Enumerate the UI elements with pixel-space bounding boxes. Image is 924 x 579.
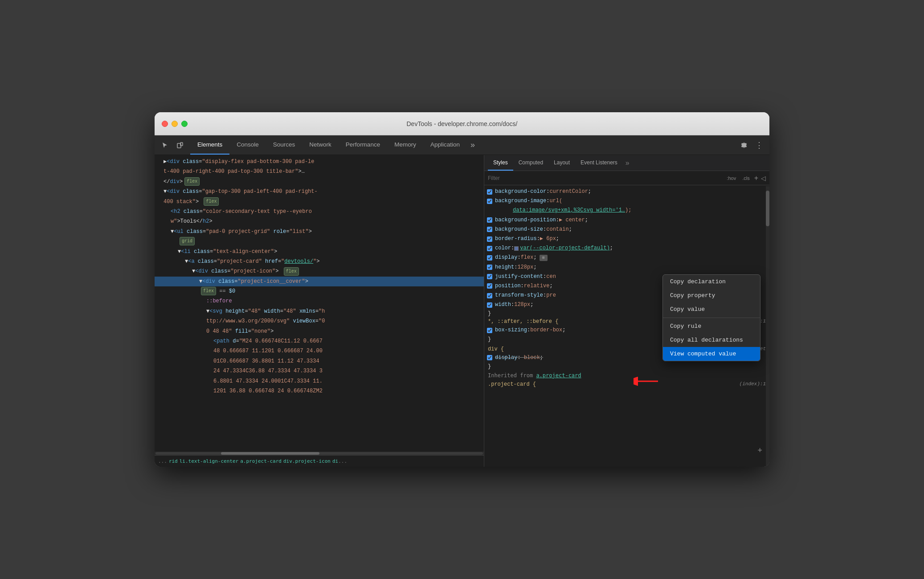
breadcrumb-item-li[interactable]: li.text-align-center [180,458,238,464]
html-line: 6.8801 47.3334 24.0001C47.3334 11. [155,376,484,386]
css-prop-background-image-value: data:image/svg+xml,%3Csvg_width='1… ); [484,206,769,215]
window-title: DevTools - developer.chrome.com/docs/ [407,120,518,127]
html-line: flex == $0 [155,286,484,296]
breadcrumb-item-a[interactable]: a.project-card [240,458,282,464]
context-menu-copy-value[interactable]: Copy value [663,302,760,316]
html-line: 48 0.666687 11.1201 0.666687 24.00 [155,346,484,356]
html-line: <path d="M24 0.666748C11.12 0.6667 [155,336,484,346]
html-line: w">Tools</h2> [155,216,484,226]
checkbox-display[interactable] [487,255,492,261]
checkbox-background-position[interactable] [487,217,492,223]
toggle-element-state-button[interactable]: ◁ [761,175,766,182]
checkbox-background-color[interactable] [487,189,492,195]
tab-elements[interactable]: Elements [190,135,229,155]
html-line: ▼<svg height="48" width="48" xmlns="h [155,306,484,316]
breadcrumb-dots: ... [158,458,167,464]
maximize-button[interactable] [181,121,188,127]
closing-brace-3: } [484,363,769,371]
checkbox-background-size[interactable] [487,227,492,232]
tab-console[interactable]: Console [229,135,266,155]
tab-network[interactable]: Network [302,135,339,155]
css-prop-display: display: flex; ⊞ [484,253,769,262]
tab-layout[interactable]: Layout [548,155,575,171]
more-styles-tabs-button[interactable]: » [623,159,632,167]
scrollbar-thumb-styles [766,191,769,226]
context-menu-copy-all-declarations[interactable]: Copy all declarations [663,333,760,347]
close-button[interactable] [162,121,168,127]
more-options-icon[interactable]: ⋮ [752,139,766,152]
cls-button[interactable]: .cls [740,175,752,182]
device-toggle-icon[interactable] [173,139,187,152]
checkbox-display-block[interactable] [487,355,492,360]
css-prop-background-size: background-size: contain; [484,225,769,234]
checkbox-background-image[interactable] [487,199,492,204]
filter-buttons: :hov .cls + ◁ [725,174,766,182]
settings-icon[interactable] [737,139,751,152]
add-style-rule-button[interactable]: + [754,174,758,182]
html-line: </div>flex [155,177,484,187]
add-new-style-rule-button[interactable]: + [757,446,762,455]
hov-button[interactable]: :hov [725,175,738,182]
more-tabs-button[interactable]: » [467,140,478,150]
html-line: ▼<ul class="pad-0 project-grid" role="li… [155,227,484,236]
toolbar-icons [158,139,187,152]
tab-computed[interactable]: Computed [513,155,548,171]
svg-rect-1 [180,143,183,146]
toolbar-right: ⋮ [737,139,766,152]
context-menu-view-computed[interactable]: View computed value [663,347,760,361]
html-line: ▼<a class="project-card" href="devtools/… [155,257,484,266]
breadcrumb-item-di[interactable]: di [332,458,338,464]
red-arrow-indicator [634,372,660,394]
checkbox-height[interactable] [487,265,492,270]
context-menu-copy-property[interactable]: Copy property [663,289,760,302]
html-line: ▼<li class="text-align-center"> [155,247,484,257]
tab-styles[interactable]: Styles [488,155,513,171]
cursor-icon[interactable] [158,139,172,152]
elements-content[interactable]: ▶<div class="display-flex pad-bottom-300… [155,155,484,452]
tab-performance[interactable]: Performance [339,135,387,155]
filter-input[interactable] [488,175,721,181]
devtools-main: ▶<div class="display-flex pad-bottom-300… [155,155,769,467]
tab-event-listeners[interactable]: Event Listeners [575,155,623,171]
context-menu-copy-rule[interactable]: Copy rule [663,319,760,333]
elements-panel: ▶<div class="display-flex pad-bottom-300… [155,155,484,467]
breadcrumb-item-div[interactable]: div.project-icon [283,458,331,464]
minimize-button[interactable] [172,121,178,127]
checkbox-color[interactable] [487,246,492,251]
breadcrumb-item-rid[interactable]: rid [169,458,178,464]
checkbox-width[interactable] [487,302,492,308]
context-menu: Copy declaration Copy property Copy valu… [662,274,760,361]
tab-sources[interactable]: Sources [266,135,303,155]
styles-panel-scrollbar[interactable] [766,186,769,467]
html-line: grid [155,236,484,246]
html-line: 1201 36.88 0.666748 24 0.666748ZM2 [155,386,484,396]
project-card-rule: .project-card { (index):1 [484,380,769,388]
checkbox-transform-style[interactable] [487,293,492,298]
checkbox-justify-content[interactable] [487,274,492,279]
styles-content[interactable]: background-color: currentColor; backgrou… [484,185,769,467]
checkbox-position[interactable] [487,283,492,289]
html-line: ttp://www.w3.org/2000/svg" viewBox="0 [155,316,484,326]
titlebar: DevTools - developer.chrome.com/docs/ [155,112,769,135]
scrollbar-track [155,452,483,455]
grid-icon: ⊞ [540,255,548,261]
color-swatch[interactable] [514,246,519,251]
traffic-lights [162,121,188,127]
inherited-link[interactable]: a.project-card [536,372,581,379]
elements-breadcrumb: ... rid li.text-align-center a.project-c… [155,455,484,467]
html-line: ▼<div class="gap-top-300 pad-left-400 pa… [155,187,484,196]
css-prop-border-radius: border-radius: ▶ 6px; [484,234,769,244]
checkbox-box-sizing[interactable] [487,328,492,333]
filter-bar: :hov .cls + ◁ [484,171,769,185]
tab-application[interactable]: Application [423,135,467,155]
context-menu-copy-declaration[interactable]: Copy declaration [663,275,760,289]
inherited-label: Inherited from a.project-card [484,371,769,380]
html-line-selected[interactable]: ▼<div class="project-icon__cover"> [155,277,484,286]
styles-panel: Styles Computed Layout Event Listeners »… [484,155,769,467]
checkbox-border-radius[interactable] [487,236,492,242]
scrollbar-thumb [221,452,319,455]
css-prop-background-image: background-image: url( [484,196,769,206]
html-line: <h2 class="color-secondary-text type--ey… [155,207,484,216]
elements-scrollbar[interactable] [155,452,484,455]
tab-memory[interactable]: Memory [387,135,423,155]
